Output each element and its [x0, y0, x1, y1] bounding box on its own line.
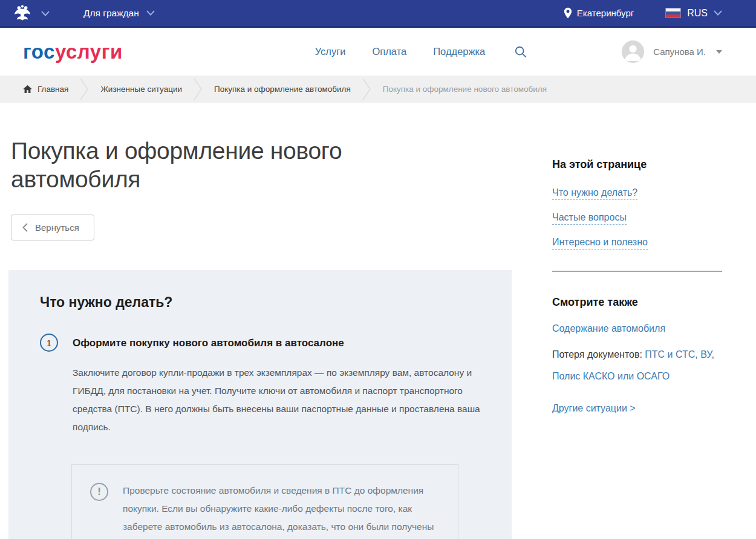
- breadcrumb-car-purchase[interactable]: Покупка и оформление автомобиля: [214, 85, 351, 94]
- chevron-left-icon: [22, 223, 28, 232]
- step-1: 1 Оформите покупку нового автомобиля в а…: [40, 336, 484, 352]
- link-other-situations[interactable]: Другие ситуации >: [552, 403, 636, 414]
- on-this-page-links: Что нужно делать? Частые вопросы Интерес…: [552, 187, 723, 248]
- section-heading: Что нужно делать?: [40, 294, 484, 311]
- location-label: Екатеринбург: [577, 8, 634, 18]
- anchor-what-to-do[interactable]: Что нужно делать?: [552, 187, 637, 200]
- anchor-interesting[interactable]: Интересно и полезно: [552, 237, 648, 250]
- site-header: госуслуги Услуги Оплата Поддержка Сапуно…: [0, 28, 756, 76]
- breadcrumb-life-situations[interactable]: Жизненные ситуации: [100, 85, 182, 94]
- see-also-heading: Смотрите также: [552, 296, 723, 309]
- nav-payment[interactable]: Оплата: [372, 46, 406, 57]
- anchor-faq[interactable]: Частые вопросы: [552, 212, 627, 225]
- breadcrumb-separator-icon: [194, 78, 203, 100]
- page-title: Покупка и оформление нового автомобиля: [11, 137, 446, 193]
- audience-label: Для граждан: [83, 8, 139, 19]
- top-bar: Для граждан Екатеринбург RUS: [0, 0, 756, 28]
- exclamation-icon: !: [90, 483, 108, 501]
- logo-part-red: услуги: [55, 40, 123, 63]
- step-number-badge: 1: [40, 334, 58, 352]
- logo-part-blue: гос: [23, 40, 55, 63]
- home-icon: [23, 85, 32, 93]
- on-this-page-heading: На этой странице: [552, 158, 723, 171]
- main-content: Покупка и оформление нового автомобиля В…: [0, 103, 756, 539]
- chevron-down-icon: [714, 10, 722, 16]
- breadcrumb-separator-icon: [362, 78, 371, 100]
- link-document-loss-block: Потеря документов: ПТС и СТС, ВУ, Полис …: [552, 344, 723, 387]
- warning-note: ! Проверьте состояние автомобиля и сведе…: [71, 464, 458, 539]
- russia-coat-of-arms-icon[interactable]: [13, 4, 33, 23]
- what-to-do-section: Что нужно делать? 1 Оформите покупку нов…: [8, 270, 512, 539]
- chevron-down-icon: [146, 10, 155, 16]
- audience-selector[interactable]: Для граждан: [83, 8, 155, 19]
- gosuslugi-logo[interactable]: госуслуги: [23, 40, 123, 63]
- main-nav: Услуги Оплата Поддержка: [315, 45, 528, 59]
- user-menu[interactable]: Сапунова И.: [622, 40, 722, 63]
- search-icon[interactable]: [514, 45, 527, 59]
- caret-down-icon: [716, 50, 722, 54]
- breadcrumb-separator-icon: [80, 78, 89, 100]
- language-code: RUS: [687, 8, 708, 19]
- step-title: Оформите покупку нового автомобиля в авт…: [73, 336, 344, 352]
- step-description: Заключите договор купли-продажи в трех э…: [73, 364, 485, 436]
- russia-flag-icon: [665, 8, 681, 18]
- location-pin-icon: [564, 7, 572, 19]
- document-loss-prefix: Потеря документов:: [552, 349, 645, 360]
- avatar: [622, 40, 644, 63]
- location-selector[interactable]: Екатеринбург: [564, 7, 634, 19]
- breadcrumb: Главная Жизненные ситуации Покупка и офо…: [0, 76, 756, 103]
- emblem-chevron-down-icon[interactable]: [41, 8, 50, 19]
- user-name: Сапунова И.: [653, 47, 706, 57]
- sidebar: На этой странице Что нужно делать? Часты…: [552, 103, 723, 539]
- breadcrumb-current: Покупка и оформление нового автомобиля: [383, 85, 547, 94]
- breadcrumb-home[interactable]: Главная: [23, 85, 68, 94]
- nav-services[interactable]: Услуги: [315, 46, 346, 57]
- back-button-label: Вернуться: [35, 222, 79, 233]
- warning-text: Проверьте состояние автомобиля и сведени…: [123, 482, 440, 539]
- sidebar-divider: [552, 271, 722, 272]
- back-button[interactable]: Вернуться: [11, 215, 94, 240]
- link-car-maintenance[interactable]: Содержание автомобиля: [552, 323, 665, 334]
- language-selector[interactable]: RUS: [665, 8, 722, 19]
- nav-support[interactable]: Поддержка: [433, 46, 485, 57]
